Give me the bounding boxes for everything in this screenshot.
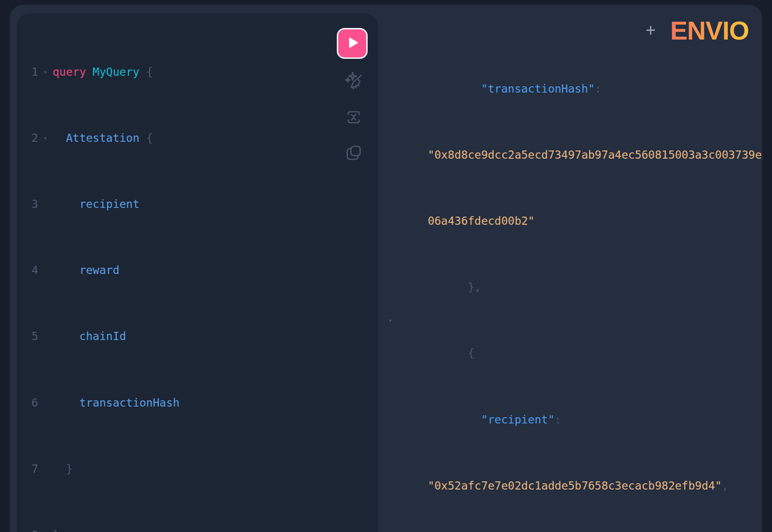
fold-toggle-icon[interactable]: ▾ <box>388 312 392 328</box>
fold-toggle-icon[interactable]: ▾ <box>38 64 53 80</box>
code-token: } <box>66 463 73 475</box>
response-line: ▾ "0x52afc7e7e02dc1adde5b7658c3ecacb982e… <box>378 444 762 510</box>
line-number: 5 <box>17 328 38 344</box>
code-token: { <box>146 132 153 144</box>
response-content: "recipient": <box>427 413 561 426</box>
code-line: 2 ▾ Attestation { <box>17 130 378 146</box>
code-content: Attestation { <box>53 130 153 146</box>
prettify-icon <box>345 71 363 92</box>
response-line: ▾ { <box>378 312 762 378</box>
code-token: : <box>555 413 562 426</box>
response-content: { <box>427 347 474 359</box>
code-token: "0x52afc7e7e02dc1adde5b7658c3ecacb982efb… <box>427 479 721 492</box>
code-token: Attestation <box>66 132 139 144</box>
indent <box>53 330 79 342</box>
execute-query-button[interactable] <box>337 28 368 59</box>
indent <box>427 281 468 293</box>
line-number: 7 <box>17 461 38 477</box>
line-number: 1 <box>17 64 38 80</box>
response-content: }, <box>427 281 481 293</box>
code-line: 7 ▾ } <box>17 461 378 477</box>
code-token: MyQuery <box>93 66 139 78</box>
line-number: 4 <box>17 262 38 278</box>
code-token: transactionHash <box>79 396 179 409</box>
copy-icon <box>345 144 362 164</box>
code-line: 5 ▾ chainId <box>17 328 378 344</box>
code-content: } <box>53 527 59 532</box>
response-content: 06a436fdecd00b2" <box>427 215 535 227</box>
response-line: ▾ 06a436fdecd00b2" <box>378 179 762 246</box>
code-token: : <box>595 82 602 95</box>
indent <box>53 463 66 475</box>
line-number: 2 <box>17 130 38 146</box>
line-number: 3 <box>17 196 38 212</box>
response-content: "0x8d8ce9dcc2a5ecd73497ab97a4ec560815003… <box>427 149 762 161</box>
code-line: 8 ▾ } <box>17 527 378 532</box>
code-content: } <box>53 461 73 477</box>
brand-bar: + ENVIO <box>646 17 749 43</box>
code-line: 6 ▾ transactionHash <box>17 395 378 411</box>
code-line: 3 ▾ recipient <box>17 196 378 212</box>
code-line: 1 ▾ query MyQuery { <box>17 64 378 80</box>
code-token: 06a436fdecd00b2" <box>427 215 535 227</box>
indent <box>53 396 79 409</box>
code-token: recipient <box>79 198 139 210</box>
code-content: chainId <box>53 328 126 344</box>
response-json: ▾ "transactionHash": ▾ "0x8d8ce9dcc2a5ec… <box>378 47 762 532</box>
response-line: ▾ "0x8d8ce9dcc2a5ecd73497ab97a4ec5608150… <box>378 113 762 179</box>
code-token <box>139 132 146 144</box>
code-token <box>86 66 93 78</box>
indent <box>427 413 481 426</box>
indent <box>427 82 481 95</box>
code-token: "0x8d8ce9dcc2a5ecd73497ab97a4ec560815003… <box>427 149 762 161</box>
code-token: } <box>53 529 59 532</box>
line-number: 8 <box>17 527 38 532</box>
fold-toggle-icon[interactable]: ▾ <box>38 130 53 146</box>
response-line: ▾ }, <box>378 246 762 312</box>
code-content: transactionHash <box>53 395 179 411</box>
code-token: "transactionHash" <box>481 82 594 95</box>
response-content: "transactionHash": <box>427 82 601 95</box>
copy-query-button[interactable] <box>345 145 363 163</box>
code-content: reward <box>53 262 119 278</box>
code-content: query MyQuery { <box>53 64 153 80</box>
code-token: "recipient" <box>481 413 554 426</box>
code-token: reward <box>79 264 119 276</box>
code-token: query <box>53 66 86 78</box>
code-token: }, <box>468 281 481 293</box>
code-token: { <box>468 347 474 359</box>
query-editor-code[interactable]: 1 ▾ query MyQuery { 2 ▾ Attestation { 3 … <box>17 30 378 532</box>
code-token <box>139 66 146 78</box>
prettify-button[interactable] <box>345 72 363 91</box>
line-number: 6 <box>17 395 38 411</box>
envio-logo: ENVIO <box>670 17 749 43</box>
response-pane: + ENVIO ▾ "transactionHash": ▾ "0x8d8ce9… <box>378 5 762 532</box>
play-icon <box>346 36 359 51</box>
indent <box>53 264 79 276</box>
code-token: , <box>722 479 729 492</box>
code-token: chainId <box>79 330 126 342</box>
add-tab-button[interactable]: + <box>646 22 656 39</box>
code-line: 4 ▾ reward <box>17 262 378 278</box>
query-editor-pane[interactable]: 1 ▾ query MyQuery { 2 ▾ Attestation { 3 … <box>17 14 378 532</box>
response-line: ▾ "reward": 2, <box>378 510 762 532</box>
response-line: ▾ "recipient": <box>378 378 762 444</box>
indent <box>53 198 79 210</box>
code-content: recipient <box>53 196 139 212</box>
response-line: ▾ "transactionHash": <box>378 47 762 113</box>
playground-window: 1 ▾ query MyQuery { 2 ▾ Attestation { 3 … <box>10 5 762 532</box>
response-content: "0x52afc7e7e02dc1adde5b7658c3ecacb982efb… <box>427 479 728 492</box>
indent <box>427 347 468 359</box>
merge-fragments-icon <box>345 109 362 128</box>
code-token: { <box>146 66 153 78</box>
merge-fragments-button[interactable] <box>345 109 363 127</box>
indent <box>53 132 66 144</box>
